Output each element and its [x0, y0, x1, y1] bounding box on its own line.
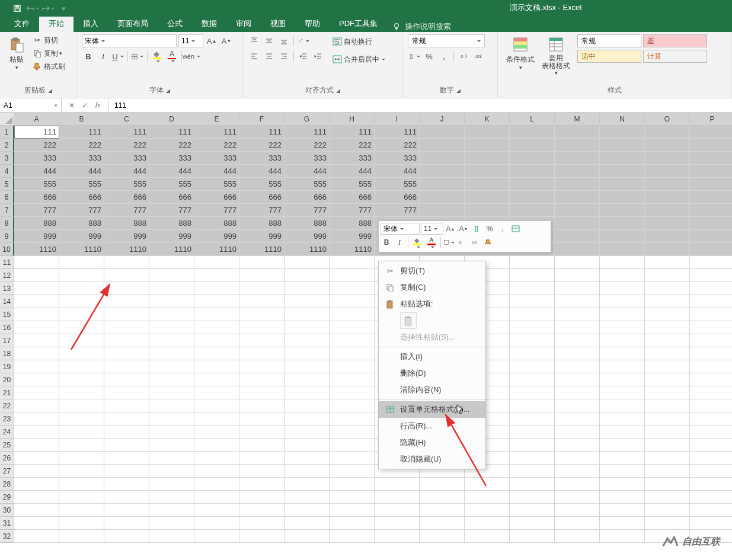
ctx-unhide[interactable]: 取消隐藏(U) [379, 451, 485, 468]
cell-O9[interactable] [645, 230, 690, 243]
cell-M26[interactable] [555, 452, 600, 465]
cell-G1[interactable]: 111 [285, 126, 330, 139]
cell-I1[interactable]: 111 [375, 126, 420, 139]
cell-C18[interactable] [104, 347, 149, 360]
col-header-B[interactable]: B [59, 113, 104, 126]
cell-A24[interactable] [14, 425, 59, 439]
tab-view[interactable]: 视图 [261, 15, 295, 32]
cell-D28[interactable] [149, 478, 194, 491]
cell-J3[interactable] [420, 152, 465, 165]
increase-indent-button[interactable] [312, 50, 325, 63]
cell-H22[interactable] [330, 399, 375, 412]
number-format-combo[interactable]: 常规 [408, 34, 485, 47]
cell-N32[interactable] [600, 530, 645, 543]
cell-F4[interactable]: 444 [239, 165, 285, 178]
cell-O13[interactable] [645, 282, 690, 295]
cell-B32[interactable] [59, 530, 104, 543]
cell-P21[interactable] [690, 386, 732, 399]
tab-help[interactable]: 帮助 [295, 15, 330, 32]
cell-D11[interactable] [149, 256, 194, 269]
cell-L29[interactable] [510, 491, 555, 504]
cell-L30[interactable] [510, 504, 555, 517]
cell-P19[interactable] [690, 360, 732, 373]
row-header-7[interactable]: 7 [0, 204, 14, 217]
cell-M2[interactable] [555, 139, 600, 152]
italic-button[interactable]: I [97, 50, 110, 63]
cell-F22[interactable] [239, 399, 285, 412]
cell-F20[interactable] [239, 373, 285, 386]
cell-B9[interactable]: 999 [59, 230, 104, 243]
cell-E19[interactable] [194, 360, 239, 373]
cell-H17[interactable] [330, 334, 375, 347]
cell-N20[interactable] [600, 373, 645, 386]
cell-A13[interactable] [14, 282, 59, 295]
align-bottom-button[interactable] [277, 34, 290, 47]
cell-L7[interactable] [510, 204, 555, 217]
font-color-button[interactable]: A [165, 50, 178, 63]
cell-H3[interactable]: 333 [330, 152, 375, 165]
cell-G12[interactable] [285, 269, 330, 282]
cell-B1[interactable]: 111 [59, 126, 104, 139]
cell-L26[interactable] [510, 452, 555, 465]
cell-A10[interactable]: 1110 [14, 243, 59, 256]
cell-D10[interactable]: 1110 [149, 243, 194, 256]
cell-N10[interactable] [600, 243, 645, 256]
cell-D15[interactable] [149, 308, 194, 321]
cell-K30[interactable] [465, 504, 510, 517]
cell-C1[interactable]: 111 [104, 126, 149, 139]
row-header-30[interactable]: 30 [0, 504, 14, 517]
cell-H21[interactable] [330, 386, 375, 399]
cell-O19[interactable] [645, 360, 690, 373]
cell-M32[interactable] [555, 530, 600, 543]
cell-L24[interactable] [510, 425, 555, 439]
cell-D1[interactable]: 111 [149, 126, 194, 139]
cell-L4[interactable] [510, 165, 555, 178]
cell-E15[interactable] [194, 308, 239, 321]
cell-H18[interactable] [330, 347, 375, 360]
cell-B16[interactable] [59, 321, 104, 334]
cell-N13[interactable] [600, 282, 645, 295]
cell-F6[interactable]: 666 [239, 191, 285, 204]
cell-D13[interactable] [149, 282, 194, 295]
cell-E26[interactable] [194, 452, 239, 465]
cell-C7[interactable]: 777 [104, 204, 149, 217]
tab-file[interactable]: 文件 [5, 15, 39, 32]
cell-K32[interactable] [465, 530, 510, 543]
cells-area[interactable]: 1111111111111111111111111112222222222222… [14, 126, 732, 543]
cell-N2[interactable] [600, 139, 645, 152]
cell-P2[interactable] [690, 139, 732, 152]
cell-O24[interactable] [645, 425, 690, 439]
cell-O7[interactable] [645, 204, 690, 217]
cell-O3[interactable] [645, 152, 690, 165]
cell-P22[interactable] [690, 399, 732, 412]
cell-C10[interactable]: 1110 [104, 243, 149, 256]
cell-A7[interactable]: 777 [14, 204, 59, 217]
cell-B8[interactable]: 888 [59, 217, 104, 230]
mini-increase-font[interactable]: A▲ [445, 223, 456, 235]
save-button[interactable] [11, 2, 24, 15]
cell-M25[interactable] [555, 439, 600, 452]
cell-H13[interactable] [330, 282, 375, 295]
cell-D9[interactable]: 999 [149, 230, 194, 243]
cell-M4[interactable] [555, 165, 600, 178]
cell-L22[interactable] [510, 399, 555, 412]
row-header-22[interactable]: 22 [0, 399, 14, 412]
cell-G2[interactable]: 222 [285, 139, 330, 152]
cell-F27[interactable] [239, 465, 285, 478]
cell-K7[interactable] [465, 204, 510, 217]
cell-A1[interactable]: 111 [14, 126, 59, 139]
tell-me-search[interactable]: 操作说明搜索 [392, 21, 451, 32]
cell-M31[interactable] [555, 517, 600, 530]
cell-I3[interactable]: 333 [375, 152, 420, 165]
cell-E13[interactable] [194, 282, 239, 295]
cell-L21[interactable] [510, 386, 555, 399]
cell-I32[interactable] [375, 530, 420, 543]
enter-button[interactable]: ✓ [78, 99, 91, 112]
cell-G29[interactable] [285, 491, 330, 504]
cell-N8[interactable] [600, 217, 645, 230]
col-header-G[interactable]: G [285, 113, 330, 126]
cell-C2[interactable]: 222 [104, 139, 149, 152]
cell-A18[interactable] [14, 347, 59, 360]
style-calc[interactable]: 计算 [643, 50, 707, 63]
cell-M1[interactable] [555, 126, 600, 139]
